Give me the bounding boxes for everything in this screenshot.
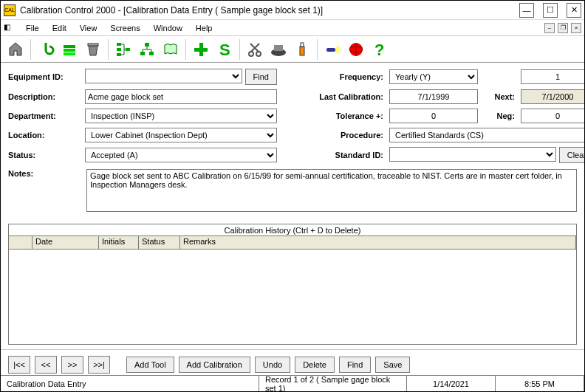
svg-text:?: ?	[374, 41, 384, 58]
next-input	[521, 89, 585, 104]
plus-icon[interactable]	[191, 39, 211, 60]
add-tool-button[interactable]: Add Tool	[126, 357, 174, 373]
delete-button[interactable]: Delete	[295, 357, 335, 373]
org-icon[interactable]	[137, 39, 157, 60]
standard-id-select[interactable]	[389, 147, 556, 162]
svg-rect-1	[64, 45, 75, 48]
svg-rect-11	[149, 52, 154, 55]
status-pane-record: Record 1 of 2 ( Sample gage block set 1)	[259, 376, 407, 391]
history-col-remarks[interactable]: Remarks	[180, 236, 576, 249]
procedure-select[interactable]: Certified Standards (CS)	[389, 128, 585, 142]
history-col-status[interactable]: Status	[139, 236, 180, 249]
save-button[interactable]: Save	[375, 357, 410, 373]
neg-input[interactable]	[521, 109, 585, 123]
scissors-icon[interactable]	[244, 39, 265, 60]
clear-button[interactable]: Clear	[559, 147, 585, 163]
svg-rect-5	[117, 43, 121, 46]
scanner-icon[interactable]	[268, 39, 289, 60]
department-select[interactable]: Inspection (INSP)	[85, 109, 277, 123]
history-col-initials[interactable]: Initials	[99, 236, 139, 249]
question-icon[interactable]: ?	[369, 39, 390, 60]
frequency-label: Frequency:	[298, 72, 386, 81]
tolerance-label: Tolerance +:	[298, 111, 386, 120]
location-label: Location:	[8, 131, 82, 140]
standard-id-label: Standard ID:	[298, 151, 386, 159]
menu-screens[interactable]: Screens	[104, 22, 146, 34]
calibration-history-grid: Calibration History (Ctrl + D to Delete)…	[8, 224, 577, 345]
maximize-button[interactable]: ☐	[543, 3, 558, 18]
svg-rect-20	[301, 43, 304, 47]
close-button[interactable]: ✕	[567, 3, 581, 18]
svg-rect-19	[300, 47, 304, 55]
svg-rect-7	[117, 53, 121, 56]
svg-rect-4	[88, 44, 98, 46]
tolerance-input[interactable]	[389, 109, 478, 123]
home-icon[interactable]	[5, 39, 26, 60]
svg-point-16	[256, 52, 261, 56]
menu-file[interactable]: File	[20, 22, 45, 34]
add-calibration-button[interactable]: Add Calibration	[179, 357, 250, 373]
frequency-select[interactable]: Yearly (Y)	[389, 69, 478, 84]
svg-rect-10	[140, 52, 145, 55]
svg-rect-13	[194, 48, 208, 52]
svg-rect-2	[64, 49, 75, 52]
s-icon[interactable]: S	[214, 39, 235, 60]
menu-edit[interactable]: Edit	[47, 22, 72, 34]
history-body[interactable]	[9, 250, 576, 344]
last-cal-input[interactable]	[389, 89, 478, 104]
mdi-restore-button[interactable]: ❐	[558, 23, 568, 33]
history-col-date[interactable]: Date	[32, 236, 99, 249]
frequency-count-input[interactable]	[521, 69, 585, 84]
nav-next-button[interactable]: >>	[61, 356, 83, 374]
hook-icon[interactable]	[35, 39, 56, 60]
department-label: Department:	[8, 111, 82, 120]
mdi-close-button[interactable]: ×	[571, 23, 581, 33]
notes-textarea[interactable]	[86, 169, 577, 212]
status-pane-time: 8:55 PM	[496, 376, 584, 391]
svg-rect-18	[274, 45, 283, 51]
svg-rect-21	[326, 48, 335, 52]
find-bottom-button[interactable]: Find	[339, 357, 371, 373]
menu-window[interactable]: Window	[148, 22, 188, 34]
equipment-id-label: Equipment ID:	[8, 72, 82, 81]
svg-text:S: S	[219, 41, 230, 58]
trash-icon[interactable]	[83, 39, 103, 60]
equipment-id-select[interactable]	[85, 69, 242, 83]
status-label: Status:	[8, 151, 82, 159]
status-select[interactable]: Accepted (A)	[85, 148, 277, 162]
svg-rect-6	[117, 48, 121, 51]
window-title: Calibration Control 2000 - [Calibration …	[20, 5, 519, 16]
nav-last-button[interactable]: >>|	[88, 356, 110, 374]
undo-button[interactable]: Undo	[255, 357, 290, 373]
history-col-select[interactable]	[9, 236, 32, 249]
globe-icon[interactable]	[346, 39, 366, 60]
nav-first-button[interactable]: |<<	[8, 356, 30, 374]
history-title: Calibration History (Ctrl + D to Delete)	[9, 224, 576, 236]
last-cal-label: Last Calibration:	[298, 92, 386, 101]
status-pane-date: 1/14/2021	[407, 376, 496, 391]
svg-rect-9	[145, 43, 149, 47]
notes-label: Notes:	[8, 169, 82, 178]
flashlight-icon[interactable]	[322, 39, 343, 60]
minimize-button[interactable]: —	[519, 3, 534, 18]
next-label: Next:	[481, 92, 518, 101]
menu-view[interactable]: View	[74, 22, 103, 34]
svg-rect-8	[126, 48, 130, 51]
svg-marker-0	[10, 43, 21, 55]
description-label: Description:	[8, 92, 82, 101]
find-button[interactable]: Find	[245, 69, 277, 85]
tree-icon[interactable]	[113, 39, 134, 60]
glue-icon[interactable]	[292, 39, 312, 60]
mdi-minimize-button[interactable]: –	[544, 23, 555, 33]
svg-rect-3	[64, 52, 75, 55]
svg-marker-22	[335, 46, 340, 54]
book-icon[interactable]	[160, 39, 181, 60]
mdi-child-icon: ◧	[4, 23, 14, 33]
nav-prev-button[interactable]: <<	[35, 356, 57, 374]
menu-help[interactable]: Help	[190, 22, 219, 34]
location-select[interactable]: Lower Cabinet (Inspection Dept)	[85, 128, 277, 142]
stack-icon[interactable]	[59, 39, 80, 60]
description-input[interactable]	[85, 89, 277, 104]
procedure-label: Procedure:	[298, 131, 386, 140]
svg-point-15	[249, 52, 253, 56]
